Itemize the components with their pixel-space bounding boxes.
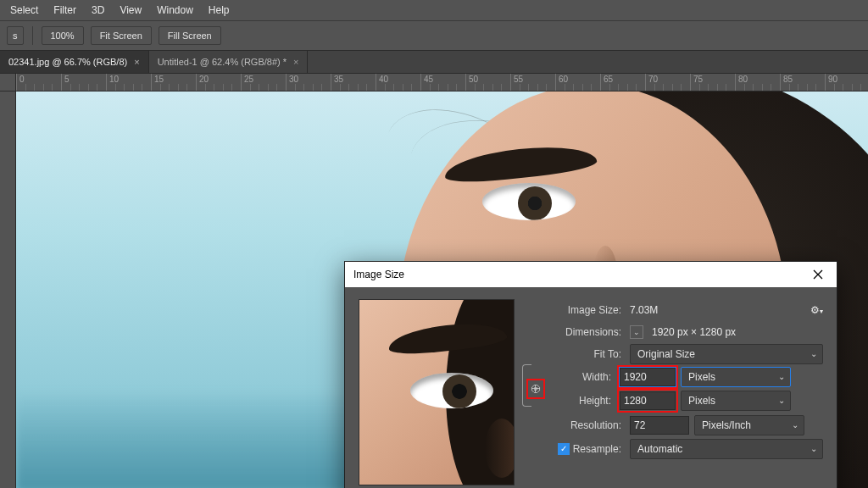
menu-filter[interactable]: Filter [47, 3, 83, 18]
resolution-input[interactable]: 72 [630, 416, 689, 435]
ruler-minor-tick [618, 84, 621, 91]
ruler-minor-tick [231, 84, 235, 91]
menu-help[interactable]: Help [202, 3, 236, 18]
width-label: Width: [550, 371, 615, 383]
ruler-minor-tick [223, 84, 226, 91]
ruler-minor-tick [681, 84, 684, 91]
menu-3d[interactable]: 3D [85, 3, 111, 18]
menu-view[interactable]: View [113, 3, 148, 18]
ruler-minor-tick [348, 84, 352, 91]
ruler-minor-tick [726, 84, 729, 91]
ruler-minor-tick [169, 84, 172, 91]
ruler-minor-tick [860, 84, 864, 91]
resample-select[interactable]: Automatic ⌄ [630, 439, 823, 459]
close-button[interactable] [806, 265, 830, 284]
gear-icon[interactable]: ⚙▾ [810, 304, 823, 316]
resolution-unit-value: Pixels/Inch [702, 419, 751, 431]
dimensions-disclosure[interactable]: ⌄ [630, 325, 643, 339]
ruler-minor-tick [124, 84, 127, 91]
fit-to-value: Original Size [637, 348, 695, 360]
resolution-label: Resolution: [526, 419, 625, 431]
ruler-minor-tick [438, 84, 442, 91]
ruler-minor-tick [186, 84, 190, 91]
ruler-minor-tick [79, 84, 82, 91]
height-label: Height: [550, 395, 615, 407]
document-tab[interactable]: Untitled-1 @ 62.4% (RGB/8#) * × [149, 51, 309, 73]
document-tab[interactable]: 02341.jpg @ 66.7% (RGB/8) × [0, 51, 149, 73]
ruler-minor-tick [591, 84, 594, 91]
ruler-vertical[interactable] [0, 92, 16, 488]
width-unit-value: Pixels [688, 371, 715, 383]
ruler-minor-tick [43, 84, 47, 91]
chevron-down-icon: ⌄ [810, 349, 817, 358]
menu-window[interactable]: Window [150, 3, 200, 18]
ruler-minor-tick [753, 84, 756, 91]
ruler-minor-tick [771, 84, 774, 91]
image-size-dialog: Image Size Image Size: 7.03M [344, 261, 837, 488]
ruler-minor-tick [70, 84, 74, 91]
ruler-tick: 0 [16, 74, 25, 91]
chevron-down-icon: ⌄ [778, 396, 785, 405]
ruler-minor-tick [501, 84, 504, 91]
ruler-horizontal[interactable]: 051015202530354045505560657075808590 [0, 74, 868, 92]
dimensions-value: 1920 px × 1280 px [652, 326, 736, 338]
ruler-minor-tick [672, 84, 676, 91]
ruler-minor-tick [411, 84, 415, 91]
ruler-tick: 5 [61, 74, 70, 91]
ruler-minor-tick [762, 84, 765, 91]
ruler-minor-tick [259, 84, 262, 91]
ruler-minor-tick [843, 84, 846, 91]
zoom-level-button[interactable]: 100% [42, 26, 84, 45]
workspace: Image Size Image Size: 7.03M [0, 92, 868, 488]
ruler-minor-tick [546, 84, 549, 91]
close-icon [813, 269, 823, 280]
ruler-minor-tick [798, 84, 801, 91]
toolbar-leading[interactable]: s [7, 26, 24, 45]
ruler-minor-tick [303, 84, 307, 91]
resample-checkbox[interactable]: ✓ [558, 443, 570, 455]
ruler-minor-tick [663, 84, 666, 91]
canvas[interactable]: Image Size Image Size: 7.03M [16, 92, 868, 488]
constrain-proportions-toggle[interactable]: 𐃏 [526, 379, 545, 399]
ruler-minor-tick [573, 84, 576, 91]
ruler-minor-tick [205, 84, 209, 91]
ruler-minor-tick [520, 84, 523, 91]
ruler-minor-tick [815, 84, 819, 91]
ruler-minor-tick [88, 84, 92, 91]
width-unit-select[interactable]: Pixels ⌄ [681, 367, 791, 387]
ruler-minor-tick [807, 84, 810, 91]
ruler-minor-tick [25, 84, 29, 91]
menu-select[interactable]: Select [3, 3, 45, 18]
ruler-minor-tick [403, 84, 406, 91]
fit-screen-button[interactable]: Fit Screen [91, 26, 152, 45]
ruler-minor-tick [834, 84, 837, 91]
dialog-title: Image Size [353, 269, 404, 280]
fit-to-select[interactable]: Original Size ⌄ [630, 344, 823, 364]
ruler-minor-tick [537, 84, 541, 91]
width-input[interactable]: 1920 [620, 368, 676, 386]
dialog-titlebar[interactable]: Image Size [345, 262, 837, 287]
resolution-unit-select[interactable]: Pixels/Inch ⌄ [694, 415, 804, 435]
ruler-minor-tick [699, 84, 703, 91]
height-input[interactable]: 1280 [620, 391, 676, 410]
ruler-minor-tick [358, 84, 361, 91]
link-icon: 𐃏 [531, 383, 541, 395]
ruler-minor-tick [456, 84, 459, 91]
ruler-minor-tick [852, 84, 855, 91]
height-unit-select[interactable]: Pixels ⌄ [681, 391, 791, 411]
ruler-minor-tick [313, 84, 316, 91]
close-icon[interactable]: × [134, 57, 139, 67]
fill-screen-button[interactable]: Fill Screen [159, 26, 221, 45]
close-icon[interactable]: × [293, 57, 298, 67]
ruler-minor-tick [393, 84, 397, 91]
image-size-preview [359, 299, 515, 485]
ruler-minor-tick [133, 84, 136, 91]
ruler-minor-tick [385, 84, 388, 91]
ruler-minor-tick [565, 84, 568, 91]
ruler-origin[interactable] [0, 74, 16, 91]
ruler-minor-tick [492, 84, 496, 91]
ruler-minor-tick [115, 84, 119, 91]
ruler-minor-tick [268, 84, 271, 91]
ruler-minor-tick [789, 84, 793, 91]
fit-to-label: Fit To: [526, 348, 625, 360]
